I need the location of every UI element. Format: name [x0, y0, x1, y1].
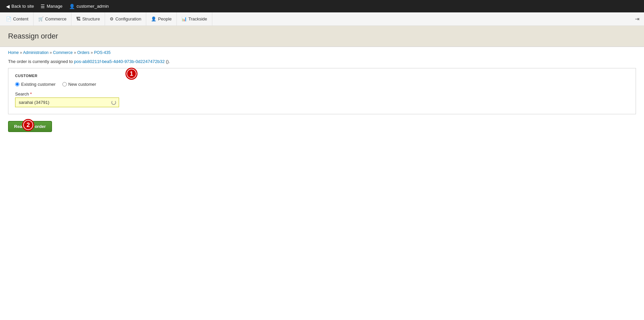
- breadcrumb-pos435[interactable]: POS-435: [94, 50, 110, 55]
- nav-collapse-button[interactable]: ⇥: [632, 12, 643, 25]
- search-spinner-icon: [111, 100, 116, 105]
- content-icon: 📄: [6, 16, 11, 21]
- people-icon: 👤: [151, 16, 156, 21]
- nav-structure[interactable]: 🏗 Structure: [71, 12, 105, 25]
- trackside-icon: 📊: [181, 16, 187, 21]
- back-to-site-button[interactable]: ◀ Back to site: [3, 0, 37, 12]
- existing-customer-radio-label[interactable]: Existing customer: [15, 82, 56, 87]
- structure-icon: 🏗: [76, 16, 80, 21]
- menu-icon: ☰: [41, 4, 45, 9]
- search-input[interactable]: [17, 99, 117, 106]
- breadcrumb: Home » Administration » Commerce » Order…: [0, 47, 644, 58]
- admin-toolbar: ◀ Back to site ☰ Manage 👤 customer_admin: [0, 0, 644, 12]
- breadcrumb-commerce[interactable]: Commerce: [53, 50, 73, 55]
- search-input-wrapper: [15, 98, 119, 107]
- breadcrumb-orders[interactable]: Orders: [77, 50, 90, 55]
- search-field-container: Search *: [15, 91, 629, 107]
- breadcrumb-home[interactable]: Home: [8, 50, 19, 55]
- customer-fieldset: CUSTOMER Existing customer New customer …: [8, 68, 636, 114]
- required-marker: *: [30, 91, 32, 97]
- new-customer-radio-label[interactable]: New customer: [62, 82, 96, 87]
- nav-people[interactable]: 👤 People: [146, 12, 176, 25]
- user-icon: 👤: [69, 4, 75, 9]
- nav-commerce[interactable]: 🛒 Commerce: [34, 12, 72, 25]
- main-content: CUSTOMER Existing customer New customer …: [0, 68, 644, 140]
- back-arrow-icon: ◀: [6, 4, 10, 9]
- manage-button[interactable]: ☰ Manage: [37, 0, 66, 12]
- search-label: Search *: [15, 91, 629, 97]
- annotation-2: 2: [22, 119, 34, 131]
- nav-bar: 📄 Content 🛒 Commerce 🏗 Structure ⚙ Confi…: [0, 12, 644, 26]
- nav-trackside[interactable]: 📊 Trackside: [177, 12, 212, 25]
- commerce-icon: 🛒: [38, 16, 44, 21]
- customer-type-radio-group: Existing customer New customer: [15, 82, 629, 87]
- nav-content[interactable]: 📄 Content: [1, 12, 34, 25]
- customer-legend: CUSTOMER: [15, 74, 629, 78]
- user-menu[interactable]: 👤 customer_admin: [66, 0, 112, 12]
- annotation-1: 1: [125, 68, 138, 80]
- new-customer-radio[interactable]: [62, 82, 67, 86]
- page-header: Reassign order: [0, 26, 644, 47]
- page-title: Reassign order: [8, 32, 636, 41]
- nav-configuration[interactable]: ⚙ Configuration: [105, 12, 146, 25]
- desc-text: The order is currently assigned to pos-a…: [0, 58, 644, 68]
- assigned-uuid-link[interactable]: pos-ab80211f-bea5-4d40-973b-0d2247472b32: [74, 59, 165, 64]
- existing-customer-radio[interactable]: [15, 82, 19, 86]
- configuration-icon: ⚙: [110, 16, 114, 21]
- breadcrumb-administration[interactable]: Administration: [23, 50, 49, 55]
